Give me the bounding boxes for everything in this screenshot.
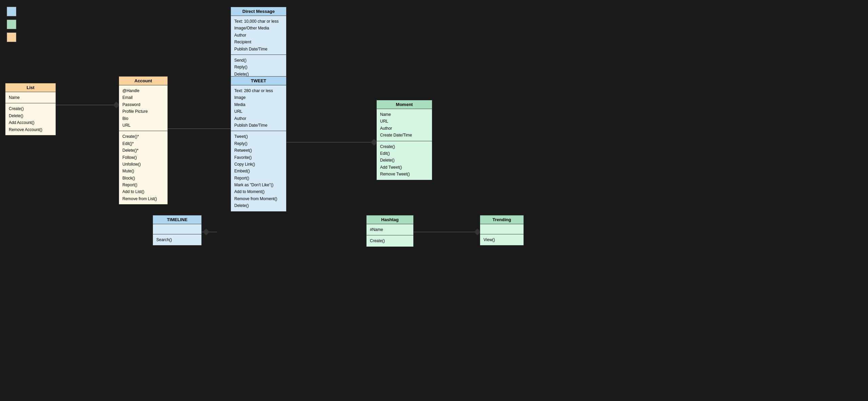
trending-methods: View() (480, 234, 524, 245)
tweet-attributes: Text: 280 char or less Image Media URL A… (231, 85, 286, 131)
list-attributes: Name (5, 92, 56, 103)
moment-attributes: Name URL Author Create Date/Time (377, 109, 432, 141)
account-attributes: @Handle Email Password Profile Picture B… (119, 85, 167, 131)
account-methods: Create()* Edit()* Delete()* Follow() Unf… (119, 131, 167, 204)
account-box: Account @Handle Email Password Profile P… (119, 76, 168, 205)
direct-message-title: Direct Message (231, 7, 286, 16)
hashtag-attributes: #Name (367, 224, 413, 235)
legend-green (7, 20, 16, 29)
trending-title: Trending (480, 215, 524, 224)
legend (7, 7, 16, 42)
timeline-methods: Search() (153, 234, 201, 245)
tweet-title: TWEET (231, 77, 286, 85)
diamond-timeline (203, 229, 210, 235)
hashtag-methods: Create() (367, 235, 413, 246)
list-methods: Create() Delete() Add Account() Remove A… (5, 103, 56, 135)
direct-message-box: Direct Message Text: 10,000 char or less… (231, 7, 287, 80)
tweet-methods: Tweet() Reply() Retweet() Favorite() Cop… (231, 131, 286, 211)
timeline-attributes (153, 224, 201, 234)
direct-message-attributes: Text: 10,000 char or less Image/Other Me… (231, 16, 286, 55)
trending-attributes (480, 224, 524, 234)
moment-methods: Create() Edit() Delete() Add Tweet() Rem… (377, 141, 432, 180)
trending-box: Trending View() (480, 215, 524, 246)
tweet-box: TWEET Text: 280 char or less Image Media… (231, 76, 287, 212)
moment-title: Moment (377, 100, 432, 109)
hashtag-box: Hashtag #Name Create() (366, 215, 414, 247)
list-box: List Name Create() Delete() Add Account(… (5, 83, 56, 135)
list-title: List (5, 83, 56, 92)
moment-box: Moment Name URL Author Create Date/Time … (376, 100, 432, 180)
account-title: Account (119, 77, 167, 85)
legend-blue (7, 7, 16, 16)
legend-orange (7, 33, 16, 42)
timeline-box: TIMELINE Search() (153, 215, 202, 246)
hashtag-title: Hashtag (367, 215, 413, 224)
timeline-title: TIMELINE (153, 215, 201, 224)
